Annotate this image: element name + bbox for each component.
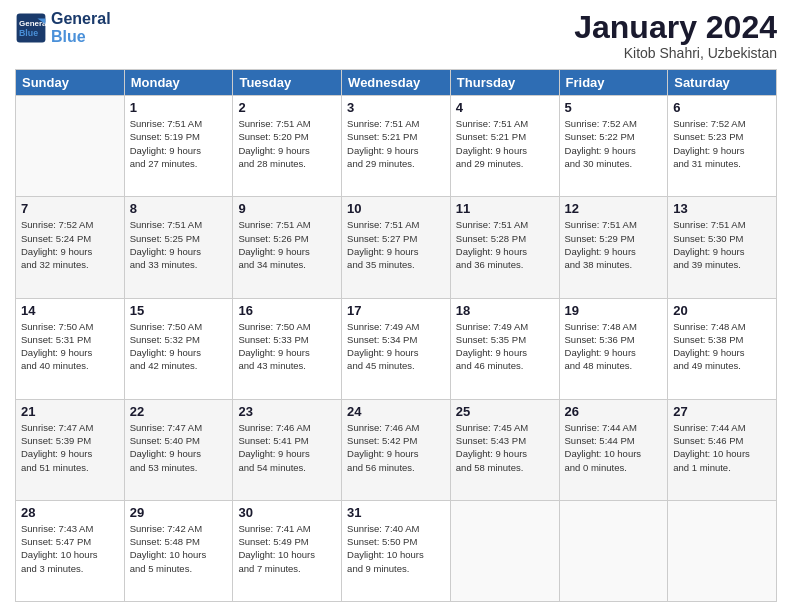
calendar-cell: 19Sunrise: 7:48 AM Sunset: 5:36 PM Dayli… [559,298,668,399]
day-number: 6 [673,100,771,115]
day-info: Sunrise: 7:51 AM Sunset: 5:28 PM Dayligh… [456,218,554,271]
calendar-cell: 31Sunrise: 7:40 AM Sunset: 5:50 PM Dayli… [342,500,451,601]
calendar-cell: 24Sunrise: 7:46 AM Sunset: 5:42 PM Dayli… [342,399,451,500]
day-info: Sunrise: 7:45 AM Sunset: 5:43 PM Dayligh… [456,421,554,474]
day-number: 18 [456,303,554,318]
calendar-cell: 2Sunrise: 7:51 AM Sunset: 5:20 PM Daylig… [233,96,342,197]
col-saturday: Saturday [668,70,777,96]
day-info: Sunrise: 7:44 AM Sunset: 5:46 PM Dayligh… [673,421,771,474]
day-info: Sunrise: 7:48 AM Sunset: 5:38 PM Dayligh… [673,320,771,373]
day-info: Sunrise: 7:51 AM Sunset: 5:20 PM Dayligh… [238,117,336,170]
calendar-cell: 9Sunrise: 7:51 AM Sunset: 5:26 PM Daylig… [233,197,342,298]
calendar-cell: 25Sunrise: 7:45 AM Sunset: 5:43 PM Dayli… [450,399,559,500]
day-info: Sunrise: 7:49 AM Sunset: 5:34 PM Dayligh… [347,320,445,373]
day-number: 21 [21,404,119,419]
calendar-cell: 17Sunrise: 7:49 AM Sunset: 5:34 PM Dayli… [342,298,451,399]
day-number: 15 [130,303,228,318]
calendar-cell: 8Sunrise: 7:51 AM Sunset: 5:25 PM Daylig… [124,197,233,298]
day-number: 17 [347,303,445,318]
day-number: 31 [347,505,445,520]
day-number: 5 [565,100,663,115]
day-number: 7 [21,201,119,216]
col-friday: Friday [559,70,668,96]
day-info: Sunrise: 7:46 AM Sunset: 5:42 PM Dayligh… [347,421,445,474]
day-info: Sunrise: 7:47 AM Sunset: 5:39 PM Dayligh… [21,421,119,474]
col-tuesday: Tuesday [233,70,342,96]
calendar-cell: 14Sunrise: 7:50 AM Sunset: 5:31 PM Dayli… [16,298,125,399]
calendar-cell: 5Sunrise: 7:52 AM Sunset: 5:22 PM Daylig… [559,96,668,197]
calendar-cell: 11Sunrise: 7:51 AM Sunset: 5:28 PM Dayli… [450,197,559,298]
day-number: 30 [238,505,336,520]
day-info: Sunrise: 7:51 AM Sunset: 5:27 PM Dayligh… [347,218,445,271]
calendar-cell: 30Sunrise: 7:41 AM Sunset: 5:49 PM Dayli… [233,500,342,601]
calendar-cell: 1Sunrise: 7:51 AM Sunset: 5:19 PM Daylig… [124,96,233,197]
day-info: Sunrise: 7:44 AM Sunset: 5:44 PM Dayligh… [565,421,663,474]
day-number: 9 [238,201,336,216]
calendar-cell: 21Sunrise: 7:47 AM Sunset: 5:39 PM Dayli… [16,399,125,500]
day-number: 11 [456,201,554,216]
day-info: Sunrise: 7:51 AM Sunset: 5:30 PM Dayligh… [673,218,771,271]
calendar-cell [559,500,668,601]
day-info: Sunrise: 7:49 AM Sunset: 5:35 PM Dayligh… [456,320,554,373]
table-row: 1Sunrise: 7:51 AM Sunset: 5:19 PM Daylig… [16,96,777,197]
day-info: Sunrise: 7:47 AM Sunset: 5:40 PM Dayligh… [130,421,228,474]
day-info: Sunrise: 7:52 AM Sunset: 5:24 PM Dayligh… [21,218,119,271]
day-number: 12 [565,201,663,216]
logo-line1: General [51,10,111,27]
day-info: Sunrise: 7:50 AM Sunset: 5:33 PM Dayligh… [238,320,336,373]
calendar-cell: 22Sunrise: 7:47 AM Sunset: 5:40 PM Dayli… [124,399,233,500]
table-row: 21Sunrise: 7:47 AM Sunset: 5:39 PM Dayli… [16,399,777,500]
day-info: Sunrise: 7:51 AM Sunset: 5:29 PM Dayligh… [565,218,663,271]
day-info: Sunrise: 7:42 AM Sunset: 5:48 PM Dayligh… [130,522,228,575]
title-block: January 2024 Kitob Shahri, Uzbekistan [574,10,777,61]
day-info: Sunrise: 7:51 AM Sunset: 5:21 PM Dayligh… [456,117,554,170]
calendar-cell [450,500,559,601]
day-info: Sunrise: 7:46 AM Sunset: 5:41 PM Dayligh… [238,421,336,474]
day-info: Sunrise: 7:51 AM Sunset: 5:25 PM Dayligh… [130,218,228,271]
day-number: 1 [130,100,228,115]
calendar-cell: 23Sunrise: 7:46 AM Sunset: 5:41 PM Dayli… [233,399,342,500]
col-thursday: Thursday [450,70,559,96]
calendar-cell: 15Sunrise: 7:50 AM Sunset: 5:32 PM Dayli… [124,298,233,399]
day-number: 4 [456,100,554,115]
calendar-cell: 13Sunrise: 7:51 AM Sunset: 5:30 PM Dayli… [668,197,777,298]
day-number: 8 [130,201,228,216]
day-number: 16 [238,303,336,318]
calendar-cell: 3Sunrise: 7:51 AM Sunset: 5:21 PM Daylig… [342,96,451,197]
day-info: Sunrise: 7:43 AM Sunset: 5:47 PM Dayligh… [21,522,119,575]
day-info: Sunrise: 7:48 AM Sunset: 5:36 PM Dayligh… [565,320,663,373]
day-number: 19 [565,303,663,318]
calendar-cell: 16Sunrise: 7:50 AM Sunset: 5:33 PM Dayli… [233,298,342,399]
day-number: 27 [673,404,771,419]
header-row: Sunday Monday Tuesday Wednesday Thursday… [16,70,777,96]
table-row: 7Sunrise: 7:52 AM Sunset: 5:24 PM Daylig… [16,197,777,298]
calendar-cell: 10Sunrise: 7:51 AM Sunset: 5:27 PM Dayli… [342,197,451,298]
logo: General Blue General Blue [15,10,111,45]
calendar-table: Sunday Monday Tuesday Wednesday Thursday… [15,69,777,602]
svg-text:Blue: Blue [19,28,38,38]
day-info: Sunrise: 7:52 AM Sunset: 5:23 PM Dayligh… [673,117,771,170]
calendar-cell: 18Sunrise: 7:49 AM Sunset: 5:35 PM Dayli… [450,298,559,399]
calendar-cell: 4Sunrise: 7:51 AM Sunset: 5:21 PM Daylig… [450,96,559,197]
calendar-cell: 27Sunrise: 7:44 AM Sunset: 5:46 PM Dayli… [668,399,777,500]
day-number: 24 [347,404,445,419]
calendar-cell: 6Sunrise: 7:52 AM Sunset: 5:23 PM Daylig… [668,96,777,197]
month-title: January 2024 [574,10,777,45]
calendar-cell: 29Sunrise: 7:42 AM Sunset: 5:48 PM Dayli… [124,500,233,601]
day-number: 20 [673,303,771,318]
day-info: Sunrise: 7:51 AM Sunset: 5:19 PM Dayligh… [130,117,228,170]
day-number: 29 [130,505,228,520]
day-number: 3 [347,100,445,115]
page-container: General Blue General Blue January 2024 K… [0,0,792,612]
calendar-cell: 12Sunrise: 7:51 AM Sunset: 5:29 PM Dayli… [559,197,668,298]
calendar-cell: 26Sunrise: 7:44 AM Sunset: 5:44 PM Dayli… [559,399,668,500]
logo-icon: General Blue [15,12,47,44]
table-row: 28Sunrise: 7:43 AM Sunset: 5:47 PM Dayli… [16,500,777,601]
calendar-cell [16,96,125,197]
day-info: Sunrise: 7:41 AM Sunset: 5:49 PM Dayligh… [238,522,336,575]
day-number: 2 [238,100,336,115]
day-info: Sunrise: 7:51 AM Sunset: 5:21 PM Dayligh… [347,117,445,170]
day-info: Sunrise: 7:40 AM Sunset: 5:50 PM Dayligh… [347,522,445,575]
day-number: 26 [565,404,663,419]
day-number: 25 [456,404,554,419]
